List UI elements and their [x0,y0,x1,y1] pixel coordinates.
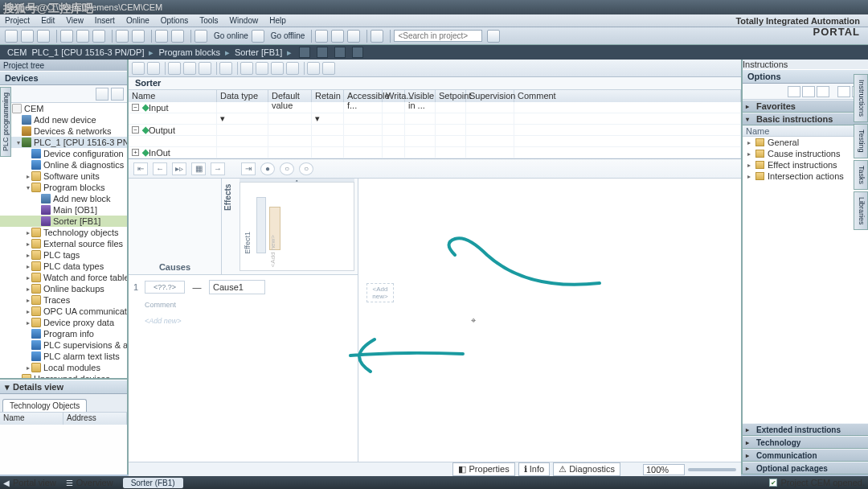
new-project-icon[interactable] [5,30,18,43]
menu-item-help[interactable]: Help [269,16,286,25]
search-icon[interactable] [487,30,500,43]
tree-node[interactable]: ▸PLC data types [0,261,127,272]
effect-diagram[interactable]: Effect1 <Add new> [240,182,354,271]
editor-tool-icon[interactable] [271,62,284,75]
undo-icon[interactable] [116,30,129,43]
menu-item-tools[interactable]: Tools [199,16,218,25]
zoom-select[interactable]: 100% [643,464,685,475]
details-view-title[interactable]: ▾Details view [0,380,127,394]
tree-node[interactable]: Device configuration [0,148,127,159]
cem-matrix[interactable]: Causes Effects 1 Effect1 <Add new> 1 <??… [129,179,741,475]
nav-next-icon[interactable]: → [211,162,225,175]
tab-diagnostics[interactable]: ⚠ Diagnostics [553,462,620,476]
minimize-editor-icon[interactable] [299,47,310,58]
details-tab[interactable]: Technology Objects [2,399,87,412]
tree-node[interactable]: ▸PLC tags [0,249,127,261]
project-search-input[interactable] [394,30,482,42]
editor-tool-icon[interactable] [307,62,320,75]
project-tree[interactable]: ▾CEMAdd new deviceDevices & networks▾PLC… [0,103,127,378]
var-column-header[interactable]: Data type [217,90,268,102]
var-column-header[interactable]: Comment [514,90,741,102]
tree-node[interactable]: ▾Program blocks [0,182,127,193]
go-online-icon[interactable] [194,30,207,43]
tree-node[interactable]: PLC supervisions & alarms [0,339,127,351]
cross-ref-icon[interactable] [371,30,383,43]
accordion-header[interactable]: ▸Communication [743,449,868,462]
copy-icon[interactable] [76,30,89,43]
tree-node[interactable]: Devices & networks [0,125,127,137]
toolbar-btn-b[interactable] [331,30,344,43]
menu-item-view[interactable]: View [66,16,84,25]
instruction-folder[interactable]: ▸General [743,137,868,148]
menu-item-insert[interactable]: Insert [95,16,115,25]
editor-tool-icon[interactable] [286,62,299,75]
editor-tool-icon[interactable] [256,62,268,75]
instruction-folder[interactable]: ▸Cause instructions [743,148,868,159]
portal-view-button[interactable]: ◀ Portal view [3,478,56,487]
go-offline-label[interactable]: Go offline [271,31,305,40]
go-offline-icon[interactable] [252,30,264,43]
var-column-header[interactable]: Default value [268,90,312,102]
editor-tool-icon[interactable] [219,62,232,75]
tree-node[interactable]: ▸Watch and force tables [0,272,127,283]
menu-item-project[interactable]: Project [5,16,30,25]
redo-icon[interactable] [132,30,145,43]
dock-tab-tasks[interactable]: Tasks [854,160,868,190]
dock-tab-libraries[interactable]: Libraries [854,191,868,231]
opt-icon[interactable] [802,86,815,97]
tree-node[interactable]: ▸Online backups [0,283,127,294]
toolbar-btn-c[interactable] [347,30,360,43]
var-add-row[interactable]: ▾▾ [129,113,741,125]
var-column-header[interactable]: Writa... [383,90,405,102]
menu-item-edit[interactable]: Edit [41,16,55,25]
instruction-list[interactable]: Name ▸General▸Cause instructions▸Effect … [743,125,868,423]
tree-node[interactable]: Online & diagnostics [0,159,127,171]
tree-toolbar-icon[interactable] [111,88,124,101]
accordion-header[interactable]: ▸Technology [743,436,868,449]
editor-tool-icon[interactable] [199,62,211,75]
download-icon[interactable] [171,30,184,43]
go-online-label[interactable]: Go online [214,31,248,40]
maximize-editor-icon[interactable] [334,47,346,58]
close-editor-icon[interactable] [352,47,363,58]
breadcrumb-segment[interactable]: Program blocks [158,47,219,57]
tree-node[interactable]: ▸Traces [0,294,127,306]
tree-node[interactable]: ▸External source files [0,238,127,249]
breadcrumb-segment[interactable]: Sorter [FB1] [235,47,282,57]
tree-node[interactable]: Main [OB1] [0,204,127,216]
tree-node[interactable]: Add new device [0,114,127,125]
opt-icon[interactable] [817,86,829,97]
editor-tool-icon[interactable] [183,62,196,75]
nav-stop-icon[interactable]: ○ [280,162,294,175]
add-new-effect[interactable]: <Add new> [269,235,276,267]
dock-tab-testing[interactable]: Testing [854,124,868,158]
variable-table[interactable]: NameData typeDefault valueRetainAccessib… [129,90,741,159]
nav-record-icon[interactable]: ● [260,162,275,175]
compile-icon[interactable] [155,30,168,43]
editor-tool-icon[interactable] [240,62,253,75]
tree-node[interactable]: ▸OPC UA communication [0,306,127,317]
accordion-header[interactable]: ▸Optional packages [743,462,868,475]
tree-node[interactable]: PLC alarm text lists [0,351,127,362]
cause1-box[interactable]: Cause1 [209,280,265,294]
tree-node[interactable]: ▾PLC_1 [CPU 1516-3 PN/DP] [0,137,127,148]
var-section-row[interactable]: +◆ InOut [129,147,741,158]
tree-node[interactable]: ▾CEM [0,103,127,114]
instruction-folder[interactable]: ▸Intersection actions [743,171,868,182]
open-project-icon[interactable] [21,30,34,43]
var-column-header[interactable]: Setpoint [436,90,466,102]
nav-play-icon[interactable]: ▸▹ [172,162,186,175]
tab-properties[interactable]: ◧ Properties [452,462,514,476]
nav-step-icon[interactable]: ○ [299,162,313,175]
menu-item-online[interactable]: Online [126,16,149,25]
float-editor-icon[interactable] [317,47,328,58]
dock-tab-instructions[interactable]: Instructions [854,74,868,122]
paste-icon[interactable] [92,30,105,43]
breadcrumb-segment[interactable]: CEM [7,47,27,57]
tab-info[interactable]: ℹ Info [518,462,550,476]
left-dock-tab[interactable]: PLC programming [0,87,11,157]
zoom-slider[interactable] [688,468,736,471]
editor-tool-icon[interactable] [132,62,145,75]
instruction-folder[interactable]: ▸Effect instructions [743,159,868,171]
var-column-header[interactable]: Accessible f... [344,90,383,102]
